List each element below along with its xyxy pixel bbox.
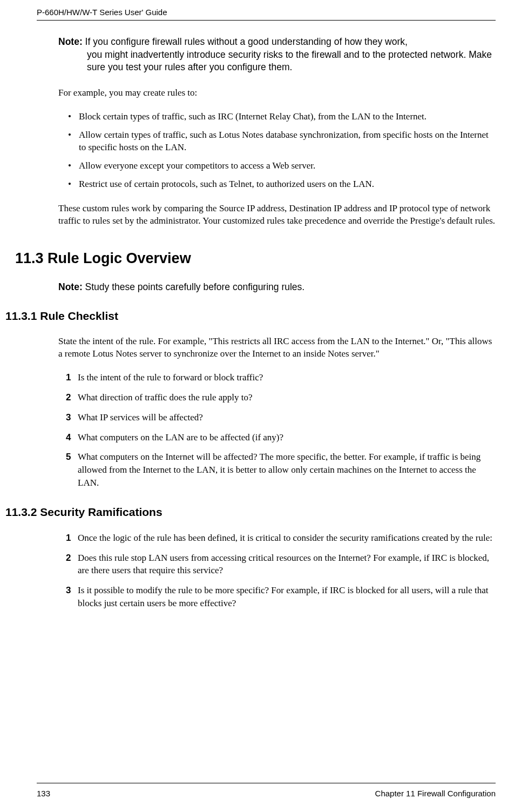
list-item: 1Once the logic of the rule has been def…: [68, 532, 496, 545]
note-text-line1: If you configure firewall rules without …: [83, 36, 408, 47]
note-text: Study these points carefully before conf…: [83, 281, 304, 292]
body-paragraph-custom-rules: These custom rules work by comparing the…: [58, 203, 496, 227]
list-number: 3: [66, 584, 71, 597]
body-paragraph-intro: For example, you may create rules to:: [58, 87, 496, 99]
list-text: What computers on the LAN are to be affe…: [78, 432, 283, 442]
list-text: What IP services will be affected?: [78, 412, 203, 422]
list-text: What direction of traffic does the rule …: [78, 392, 253, 402]
body-paragraph-checklist-intro: State the intent of the rule. For exampl…: [58, 335, 496, 360]
note-text-line2: you might inadvertently introduce securi…: [58, 49, 496, 74]
numbered-list-security: 1Once the logic of the rule has been def…: [58, 532, 496, 610]
footer-rule: [37, 783, 496, 783]
list-item: Block certain types of traffic, such as …: [68, 110, 496, 123]
list-number: 1: [66, 532, 71, 545]
list-item: 2Does this rule stop LAN users from acce…: [68, 552, 496, 578]
section-heading-11-3-1: 11.3.1 Rule Checklist: [5, 310, 496, 323]
list-number: 2: [66, 391, 71, 404]
header-title: P-660H/HW/W-T Series User' Guide: [37, 8, 167, 17]
list-number: 4: [66, 431, 71, 444]
note-label: Note:: [58, 281, 83, 292]
section-heading-11-3-2: 11.3.2 Security Ramifications: [5, 506, 496, 519]
list-text: Is the intent of the rule to forward or …: [78, 372, 263, 382]
list-item: Allow everyone except your competitors t…: [68, 159, 496, 172]
list-text: Once the logic of the rule has been defi…: [78, 533, 492, 543]
chapter-label: Chapter 11 Firewall Configuration: [375, 789, 496, 798]
page-number: 133: [37, 789, 50, 798]
list-number: 2: [66, 552, 71, 565]
list-text: Does this rule stop LAN users from acces…: [78, 553, 489, 576]
list-text: What computers on the Internet will be a…: [78, 452, 480, 488]
bullet-list-rules: Block certain types of traffic, such as …: [58, 110, 496, 191]
list-item: Restrict use of certain protocols, such …: [68, 178, 496, 191]
list-item: 5What computers on the Internet will be …: [68, 451, 496, 489]
note-block-2: Note: Study these points carefully befor…: [58, 281, 496, 294]
page-content: Note: If you configure firewall rules wi…: [0, 21, 528, 610]
note-label: Note:: [58, 36, 83, 47]
footer-row: 133 Chapter 11 Firewall Configuration: [37, 789, 496, 798]
list-item: 3What IP services will be affected?: [68, 411, 496, 424]
note-block-1: Note: If you configure firewall rules wi…: [58, 36, 496, 74]
list-number: 1: [66, 371, 71, 384]
page-footer: 133 Chapter 11 Firewall Configuration: [0, 783, 528, 798]
list-item: Allow certain types of traffic, such as …: [68, 129, 496, 155]
list-text: Is it possible to modify the rule to be …: [78, 585, 489, 608]
list-item: 2What direction of traffic does the rule…: [68, 391, 496, 404]
running-header: P-660H/HW/W-T Series User' Guide: [0, 0, 528, 20]
list-number: 3: [66, 411, 71, 424]
list-number: 5: [66, 451, 71, 464]
list-item: 1Is the intent of the rule to forward or…: [68, 371, 496, 384]
list-item: 3Is it possible to modify the rule to be…: [68, 584, 496, 610]
section-heading-11-3: 11.3 Rule Logic Overview: [15, 250, 496, 267]
numbered-list-checklist: 1Is the intent of the rule to forward or…: [58, 371, 496, 489]
list-item: 4What computers on the LAN are to be aff…: [68, 431, 496, 444]
